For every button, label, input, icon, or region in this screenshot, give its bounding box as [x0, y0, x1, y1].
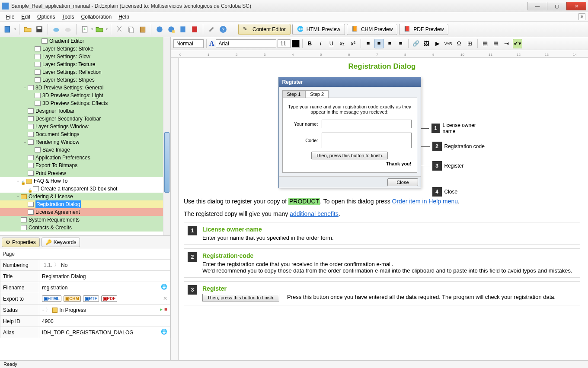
export-pdf-toggle[interactable]: ▣PDF [101, 295, 117, 302]
tree-item[interactable]: Registration Dialog [0, 200, 170, 208]
tree-item[interactable]: −3D Preview Settings: General [0, 84, 170, 92]
menu-options[interactable]: Options [34, 13, 58, 21]
tree-item[interactable]: −Rendering Window [0, 138, 170, 146]
tree-item[interactable]: Save Image [0, 146, 170, 154]
underline-button[interactable]: U [327, 39, 336, 48]
cloud-upload-icon[interactable] [51, 24, 61, 35]
tree-item[interactable]: −🔒FAQ & How To [0, 177, 170, 185]
cloud-download-icon[interactable] [63, 24, 73, 35]
tree-scrollbar[interactable] [163, 37, 170, 235]
alias-field[interactable] [42, 330, 167, 336]
mdi-close-button[interactable]: ✕ [578, 13, 585, 20]
export-chm-toggle[interactable]: ▣CHM [64, 295, 81, 302]
tab-keywords[interactable]: 🔑 Keywords [42, 238, 80, 247]
tree-item[interactable]: Contacts & Credits [0, 224, 170, 232]
spellcheck-button[interactable]: ✔▾ [513, 39, 522, 48]
align-right-button[interactable]: ≡ [385, 39, 395, 48]
variable-button[interactable]: VAR [444, 39, 453, 48]
svg-rect-8 [130, 28, 134, 32]
tab-properties[interactable]: ⚙ Properties [2, 238, 40, 247]
link-benefits[interactable]: additional benefits [290, 210, 339, 217]
export-html-icon[interactable] [154, 24, 165, 35]
export-rtf-toggle[interactable]: ▣RTF [83, 295, 99, 302]
align-center-button[interactable]: ≡ [374, 39, 384, 48]
menu-edit[interactable]: Edit [18, 13, 34, 21]
menu-file[interactable]: File [3, 13, 18, 21]
image-button[interactable]: 🖼 [422, 39, 431, 48]
tab-content-editor[interactable]: ✎Content Editor [238, 24, 291, 35]
tab-html-preview[interactable]: 🌐HTML Preview [292, 24, 345, 35]
tree-item[interactable]: Export To Bitmaps [0, 162, 170, 169]
italic-button[interactable]: I [316, 39, 326, 48]
tree-item[interactable]: Layer Settings: Stripes [0, 76, 170, 84]
tree-item[interactable]: −Ordering & License [0, 193, 170, 200]
menu-help[interactable]: Help [115, 13, 133, 21]
tree-item[interactable]: Designer Toolbar [0, 107, 170, 115]
tree-item[interactable]: Layer Settings: Texture [0, 60, 170, 68]
tree-item[interactable]: Application Preferences [0, 154, 170, 162]
fontsize-combo[interactable]: 11 [278, 39, 291, 48]
globe-icon[interactable]: 🌐 [161, 329, 167, 335]
dialog-thank-text: Thank you! [288, 161, 412, 166]
font-combo[interactable]: Arial [216, 39, 276, 48]
horizontal-ruler[interactable]: 01234567891011121314 [171, 50, 588, 58]
style-combo[interactable]: Normal [173, 39, 204, 48]
superscript-button[interactable]: x² [348, 39, 358, 48]
video-button[interactable]: ▶ [433, 39, 442, 48]
export-pdf-icon[interactable] [189, 24, 200, 35]
link-button[interactable]: 🔗 [411, 39, 421, 48]
export-chm-icon[interactable] [166, 24, 176, 35]
tree-item[interactable]: System Requirements [0, 216, 170, 224]
align-left-button[interactable]: ≡ [364, 39, 373, 48]
tree-item[interactable]: Print Preview [0, 169, 170, 177]
bullet-list-button[interactable]: ▤ [480, 39, 490, 48]
vertical-ruler[interactable] [171, 58, 179, 360]
tree-item[interactable]: Layer Settings: Stroke [0, 45, 170, 53]
tree-item[interactable]: 3D Preview Settings: Light [0, 92, 170, 99]
paste-icon[interactable] [137, 24, 148, 35]
tree-item[interactable]: License Agreement [0, 208, 170, 216]
export-rtf-icon[interactable] [178, 24, 188, 35]
tree-item[interactable]: 🔒Create a transparent 3D box shot [0, 185, 170, 193]
tab-chm-preview[interactable]: 📙CHM Preview [347, 24, 397, 35]
save-icon[interactable] [34, 24, 45, 35]
add-page-icon[interactable]: + [80, 24, 90, 35]
cut-icon[interactable] [114, 24, 125, 35]
globe-icon[interactable]: 🌐 [161, 284, 167, 290]
clear-export-icon[interactable]: ✕ [163, 295, 167, 301]
filename-field[interactable] [42, 285, 167, 291]
settings-icon[interactable] [206, 24, 217, 35]
open-icon[interactable] [22, 24, 33, 35]
title-field[interactable] [42, 273, 167, 279]
subscript-button[interactable]: x₂ [338, 39, 347, 48]
minimize-button[interactable]: — [527, 2, 547, 10]
project-tree[interactable]: Gradient EditorLayer Settings: StrokeLay… [0, 37, 170, 236]
special-char-button[interactable]: Ω [454, 39, 464, 48]
document-area[interactable]: Registration Dialog Register Step 1 Step… [171, 58, 588, 360]
tree-item[interactable]: Gradient Editor [0, 37, 170, 45]
table-button[interactable]: ⊞ [465, 39, 475, 48]
font-color-swatch[interactable] [292, 40, 300, 48]
number-list-button[interactable]: ▤ [491, 39, 501, 48]
tree-item[interactable]: 3D Preview Settings: Effects [0, 99, 170, 107]
tree-item[interactable]: Designer Secondary Toolbar [0, 115, 170, 123]
helpid-field[interactable] [42, 318, 167, 324]
tree-item[interactable]: Layer Settings: Glow [0, 53, 170, 60]
close-button[interactable]: ✕ [566, 2, 586, 10]
tree-item[interactable]: Document Settings [0, 130, 170, 138]
tab-pdf-preview[interactable]: 📕PDF Preview [399, 24, 448, 35]
align-justify-button[interactable]: ≡ [396, 39, 406, 48]
link-order-item[interactable]: Order item in Help menu [392, 198, 458, 205]
maximize-button[interactable]: ▢ [547, 2, 567, 10]
help-icon[interactable]: ? [218, 24, 228, 35]
tree-item[interactable]: Layer Settings Window [0, 123, 170, 130]
export-html-toggle[interactable]: ▣HTML [42, 295, 61, 302]
add-folder-icon[interactable] [94, 24, 105, 35]
bold-button[interactable]: B [305, 39, 315, 48]
indent-button[interactable]: ⇥ [502, 39, 511, 48]
menu-collaboration[interactable]: Collaboration [77, 13, 115, 21]
copy-icon[interactable] [126, 24, 136, 35]
new-project-icon[interactable] [3, 24, 13, 35]
tree-item[interactable]: Layer Settings: Reflection [0, 68, 170, 76]
menu-tools[interactable]: Tools [58, 13, 77, 21]
